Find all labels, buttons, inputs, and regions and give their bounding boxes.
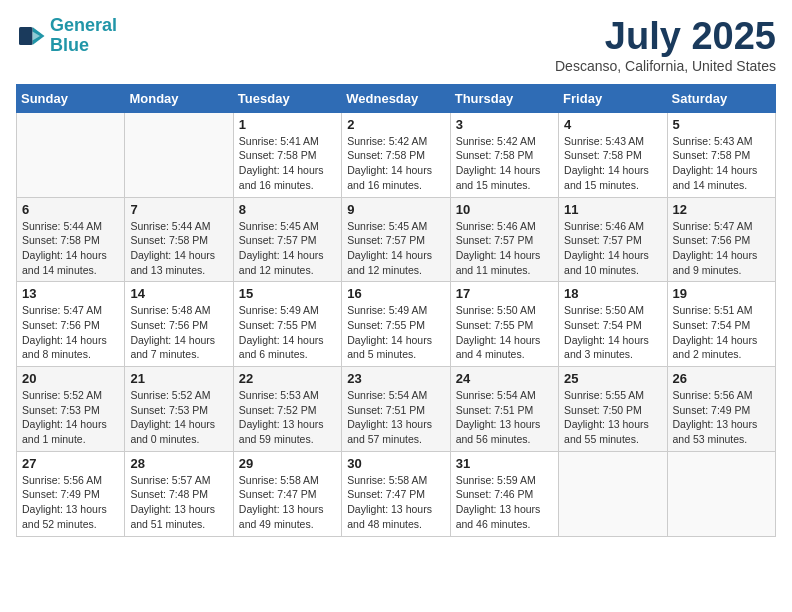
day-info: Sunrise: 5:44 AM Sunset: 7:58 PM Dayligh… bbox=[22, 219, 119, 278]
calendar-cell: 6Sunrise: 5:44 AM Sunset: 7:58 PM Daylig… bbox=[17, 197, 125, 282]
calendar-cell bbox=[17, 112, 125, 197]
day-number: 26 bbox=[673, 371, 770, 386]
calendar-cell: 7Sunrise: 5:44 AM Sunset: 7:58 PM Daylig… bbox=[125, 197, 233, 282]
day-info: Sunrise: 5:49 AM Sunset: 7:55 PM Dayligh… bbox=[239, 303, 336, 362]
calendar-cell: 4Sunrise: 5:43 AM Sunset: 7:58 PM Daylig… bbox=[559, 112, 667, 197]
day-info: Sunrise: 5:42 AM Sunset: 7:58 PM Dayligh… bbox=[347, 134, 444, 193]
day-number: 30 bbox=[347, 456, 444, 471]
day-info: Sunrise: 5:41 AM Sunset: 7:58 PM Dayligh… bbox=[239, 134, 336, 193]
day-info: Sunrise: 5:43 AM Sunset: 7:58 PM Dayligh… bbox=[673, 134, 770, 193]
calendar-cell: 31Sunrise: 5:59 AM Sunset: 7:46 PM Dayli… bbox=[450, 451, 558, 536]
logo: General Blue bbox=[16, 16, 117, 56]
day-info: Sunrise: 5:47 AM Sunset: 7:56 PM Dayligh… bbox=[22, 303, 119, 362]
day-number: 3 bbox=[456, 117, 553, 132]
day-number: 7 bbox=[130, 202, 227, 217]
calendar-header-row: SundayMondayTuesdayWednesdayThursdayFrid… bbox=[17, 84, 776, 112]
calendar-cell: 17Sunrise: 5:50 AM Sunset: 7:55 PM Dayli… bbox=[450, 282, 558, 367]
calendar-cell: 11Sunrise: 5:46 AM Sunset: 7:57 PM Dayli… bbox=[559, 197, 667, 282]
day-info: Sunrise: 5:45 AM Sunset: 7:57 PM Dayligh… bbox=[239, 219, 336, 278]
calendar-week-2: 6Sunrise: 5:44 AM Sunset: 7:58 PM Daylig… bbox=[17, 197, 776, 282]
calendar-cell: 22Sunrise: 5:53 AM Sunset: 7:52 PM Dayli… bbox=[233, 367, 341, 452]
calendar-cell bbox=[667, 451, 775, 536]
calendar-week-4: 20Sunrise: 5:52 AM Sunset: 7:53 PM Dayli… bbox=[17, 367, 776, 452]
day-number: 27 bbox=[22, 456, 119, 471]
calendar-cell: 8Sunrise: 5:45 AM Sunset: 7:57 PM Daylig… bbox=[233, 197, 341, 282]
day-number: 17 bbox=[456, 286, 553, 301]
weekday-header-wednesday: Wednesday bbox=[342, 84, 450, 112]
day-info: Sunrise: 5:42 AM Sunset: 7:58 PM Dayligh… bbox=[456, 134, 553, 193]
calendar-cell: 25Sunrise: 5:55 AM Sunset: 7:50 PM Dayli… bbox=[559, 367, 667, 452]
day-info: Sunrise: 5:43 AM Sunset: 7:58 PM Dayligh… bbox=[564, 134, 661, 193]
logo-icon bbox=[16, 21, 46, 51]
calendar-cell: 18Sunrise: 5:50 AM Sunset: 7:54 PM Dayli… bbox=[559, 282, 667, 367]
day-info: Sunrise: 5:53 AM Sunset: 7:52 PM Dayligh… bbox=[239, 388, 336, 447]
day-info: Sunrise: 5:56 AM Sunset: 7:49 PM Dayligh… bbox=[22, 473, 119, 532]
location: Descanso, California, United States bbox=[555, 58, 776, 74]
day-number: 10 bbox=[456, 202, 553, 217]
calendar-cell bbox=[125, 112, 233, 197]
calendar-cell: 1Sunrise: 5:41 AM Sunset: 7:58 PM Daylig… bbox=[233, 112, 341, 197]
calendar-cell: 15Sunrise: 5:49 AM Sunset: 7:55 PM Dayli… bbox=[233, 282, 341, 367]
title-block: July 2025 Descanso, California, United S… bbox=[555, 16, 776, 74]
day-info: Sunrise: 5:59 AM Sunset: 7:46 PM Dayligh… bbox=[456, 473, 553, 532]
day-number: 28 bbox=[130, 456, 227, 471]
day-info: Sunrise: 5:50 AM Sunset: 7:55 PM Dayligh… bbox=[456, 303, 553, 362]
calendar-cell: 27Sunrise: 5:56 AM Sunset: 7:49 PM Dayli… bbox=[17, 451, 125, 536]
day-info: Sunrise: 5:54 AM Sunset: 7:51 PM Dayligh… bbox=[347, 388, 444, 447]
day-info: Sunrise: 5:46 AM Sunset: 7:57 PM Dayligh… bbox=[456, 219, 553, 278]
day-info: Sunrise: 5:58 AM Sunset: 7:47 PM Dayligh… bbox=[239, 473, 336, 532]
day-info: Sunrise: 5:56 AM Sunset: 7:49 PM Dayligh… bbox=[673, 388, 770, 447]
day-info: Sunrise: 5:47 AM Sunset: 7:56 PM Dayligh… bbox=[673, 219, 770, 278]
weekday-header-friday: Friday bbox=[559, 84, 667, 112]
day-number: 16 bbox=[347, 286, 444, 301]
calendar-cell: 13Sunrise: 5:47 AM Sunset: 7:56 PM Dayli… bbox=[17, 282, 125, 367]
weekday-header-saturday: Saturday bbox=[667, 84, 775, 112]
calendar-cell: 30Sunrise: 5:58 AM Sunset: 7:47 PM Dayli… bbox=[342, 451, 450, 536]
day-number: 29 bbox=[239, 456, 336, 471]
weekday-header-sunday: Sunday bbox=[17, 84, 125, 112]
weekday-header-thursday: Thursday bbox=[450, 84, 558, 112]
calendar-cell: 28Sunrise: 5:57 AM Sunset: 7:48 PM Dayli… bbox=[125, 451, 233, 536]
day-info: Sunrise: 5:57 AM Sunset: 7:48 PM Dayligh… bbox=[130, 473, 227, 532]
day-number: 6 bbox=[22, 202, 119, 217]
day-info: Sunrise: 5:52 AM Sunset: 7:53 PM Dayligh… bbox=[22, 388, 119, 447]
day-info: Sunrise: 5:46 AM Sunset: 7:57 PM Dayligh… bbox=[564, 219, 661, 278]
calendar-cell: 9Sunrise: 5:45 AM Sunset: 7:57 PM Daylig… bbox=[342, 197, 450, 282]
calendar-cell: 23Sunrise: 5:54 AM Sunset: 7:51 PM Dayli… bbox=[342, 367, 450, 452]
weekday-header-monday: Monday bbox=[125, 84, 233, 112]
day-number: 18 bbox=[564, 286, 661, 301]
day-info: Sunrise: 5:54 AM Sunset: 7:51 PM Dayligh… bbox=[456, 388, 553, 447]
day-number: 31 bbox=[456, 456, 553, 471]
day-number: 20 bbox=[22, 371, 119, 386]
calendar-week-5: 27Sunrise: 5:56 AM Sunset: 7:49 PM Dayli… bbox=[17, 451, 776, 536]
day-number: 2 bbox=[347, 117, 444, 132]
calendar-cell: 21Sunrise: 5:52 AM Sunset: 7:53 PM Dayli… bbox=[125, 367, 233, 452]
day-number: 15 bbox=[239, 286, 336, 301]
day-number: 21 bbox=[130, 371, 227, 386]
calendar-cell: 16Sunrise: 5:49 AM Sunset: 7:55 PM Dayli… bbox=[342, 282, 450, 367]
day-info: Sunrise: 5:55 AM Sunset: 7:50 PM Dayligh… bbox=[564, 388, 661, 447]
day-info: Sunrise: 5:49 AM Sunset: 7:55 PM Dayligh… bbox=[347, 303, 444, 362]
calendar-cell bbox=[559, 451, 667, 536]
day-number: 1 bbox=[239, 117, 336, 132]
calendar-cell: 19Sunrise: 5:51 AM Sunset: 7:54 PM Dayli… bbox=[667, 282, 775, 367]
calendar-cell: 14Sunrise: 5:48 AM Sunset: 7:56 PM Dayli… bbox=[125, 282, 233, 367]
svg-rect-1 bbox=[19, 27, 33, 45]
calendar-cell: 3Sunrise: 5:42 AM Sunset: 7:58 PM Daylig… bbox=[450, 112, 558, 197]
day-info: Sunrise: 5:51 AM Sunset: 7:54 PM Dayligh… bbox=[673, 303, 770, 362]
day-number: 24 bbox=[456, 371, 553, 386]
day-number: 8 bbox=[239, 202, 336, 217]
day-number: 9 bbox=[347, 202, 444, 217]
day-number: 5 bbox=[673, 117, 770, 132]
calendar-cell: 24Sunrise: 5:54 AM Sunset: 7:51 PM Dayli… bbox=[450, 367, 558, 452]
page-header: General Blue July 2025 Descanso, Califor… bbox=[16, 16, 776, 74]
day-number: 23 bbox=[347, 371, 444, 386]
day-number: 13 bbox=[22, 286, 119, 301]
calendar-cell: 12Sunrise: 5:47 AM Sunset: 7:56 PM Dayli… bbox=[667, 197, 775, 282]
day-number: 19 bbox=[673, 286, 770, 301]
calendar-cell: 26Sunrise: 5:56 AM Sunset: 7:49 PM Dayli… bbox=[667, 367, 775, 452]
day-number: 4 bbox=[564, 117, 661, 132]
day-number: 22 bbox=[239, 371, 336, 386]
day-number: 25 bbox=[564, 371, 661, 386]
day-info: Sunrise: 5:45 AM Sunset: 7:57 PM Dayligh… bbox=[347, 219, 444, 278]
